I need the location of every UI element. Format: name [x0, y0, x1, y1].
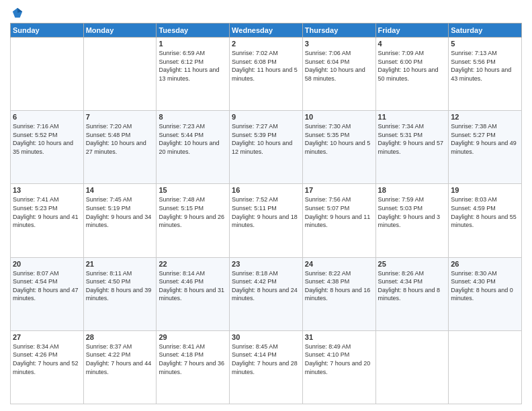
day-number: 5: [451, 40, 519, 48]
calendar-day-cell: 4Sunrise: 7:09 AM Sunset: 6:00 PM Daylig…: [375, 38, 449, 111]
calendar-day-cell: 27Sunrise: 8:34 AM Sunset: 4:26 PM Dayli…: [11, 330, 84, 404]
weekday-header-cell: Saturday: [449, 24, 522, 38]
day-info: Sunrise: 7:41 AM Sunset: 5:23 PM Dayligh…: [13, 195, 81, 229]
calendar-week-row: 20Sunrise: 8:07 AM Sunset: 4:54 PM Dayli…: [11, 257, 522, 330]
day-number: 22: [159, 260, 227, 268]
day-number: 27: [13, 333, 81, 341]
day-info: Sunrise: 8:34 AM Sunset: 4:26 PM Dayligh…: [13, 342, 81, 376]
calendar-day-cell: 6Sunrise: 7:16 AM Sunset: 5:52 PM Daylig…: [11, 111, 84, 184]
day-info: Sunrise: 8:49 AM Sunset: 4:10 PM Dayligh…: [305, 342, 373, 376]
weekday-header-cell: Sunday: [11, 24, 84, 38]
day-info: Sunrise: 7:48 AM Sunset: 5:15 PM Dayligh…: [159, 195, 227, 229]
calendar-day-cell: 7Sunrise: 7:20 AM Sunset: 5:48 PM Daylig…: [83, 111, 157, 184]
day-number: 3: [305, 40, 373, 48]
day-info: Sunrise: 8:45 AM Sunset: 4:14 PM Dayligh…: [232, 342, 300, 376]
day-number: 11: [378, 113, 447, 121]
day-number: 2: [232, 40, 300, 48]
day-number: 13: [13, 186, 81, 194]
day-info: Sunrise: 7:56 AM Sunset: 5:07 PM Dayligh…: [305, 195, 373, 229]
day-number: 16: [232, 186, 300, 194]
calendar-day-cell: 10Sunrise: 7:30 AM Sunset: 5:35 PM Dayli…: [302, 111, 375, 184]
day-number: 31: [305, 333, 373, 341]
day-number: 20: [13, 260, 81, 268]
day-info: Sunrise: 8:26 AM Sunset: 4:34 PM Dayligh…: [378, 269, 447, 303]
calendar-day-cell: 26Sunrise: 8:30 AM Sunset: 4:30 PM Dayli…: [449, 257, 522, 330]
day-info: Sunrise: 7:16 AM Sunset: 5:52 PM Dayligh…: [13, 122, 81, 156]
day-info: Sunrise: 7:59 AM Sunset: 5:03 PM Dayligh…: [378, 195, 447, 229]
calendar-day-cell: 9Sunrise: 7:27 AM Sunset: 5:39 PM Daylig…: [230, 111, 303, 184]
calendar-day-cell: 15Sunrise: 7:48 AM Sunset: 5:15 PM Dayli…: [157, 184, 230, 257]
calendar-day-cell: 18Sunrise: 7:59 AM Sunset: 5:03 PM Dayli…: [375, 184, 449, 257]
page: SundayMondayTuesdayWednesdayThursdayFrid…: [0, 0, 532, 411]
calendar-day-cell: 11Sunrise: 7:34 AM Sunset: 5:31 PM Dayli…: [375, 111, 449, 184]
weekday-header-cell: Wednesday: [230, 24, 303, 38]
day-number: 29: [159, 333, 227, 341]
day-info: Sunrise: 7:23 AM Sunset: 5:44 PM Dayligh…: [159, 122, 227, 156]
day-info: Sunrise: 7:27 AM Sunset: 5:39 PM Dayligh…: [232, 122, 300, 156]
day-number: 17: [305, 186, 373, 194]
calendar-day-cell: 21Sunrise: 8:11 AM Sunset: 4:50 PM Dayli…: [83, 257, 157, 330]
day-info: Sunrise: 8:18 AM Sunset: 4:42 PM Dayligh…: [232, 269, 300, 303]
day-info: Sunrise: 7:09 AM Sunset: 6:00 PM Dayligh…: [378, 49, 447, 83]
calendar-day-cell: 19Sunrise: 8:03 AM Sunset: 4:59 PM Dayli…: [449, 184, 522, 257]
calendar-day-cell: 12Sunrise: 7:38 AM Sunset: 5:27 PM Dayli…: [449, 111, 522, 184]
day-number: 25: [378, 260, 447, 268]
calendar-day-cell: 25Sunrise: 8:26 AM Sunset: 4:34 PM Dayli…: [375, 257, 449, 330]
day-info: Sunrise: 7:52 AM Sunset: 5:11 PM Dayligh…: [232, 195, 300, 229]
calendar-header: SundayMondayTuesdayWednesdayThursdayFrid…: [11, 24, 522, 38]
calendar-week-row: 1Sunrise: 6:59 AM Sunset: 6:12 PM Daylig…: [11, 38, 522, 111]
day-number: 9: [232, 113, 300, 121]
day-number: 8: [159, 113, 227, 121]
calendar-day-cell: 20Sunrise: 8:07 AM Sunset: 4:54 PM Dayli…: [11, 257, 84, 330]
day-info: Sunrise: 7:38 AM Sunset: 5:27 PM Dayligh…: [451, 122, 519, 156]
calendar-day-cell: 3Sunrise: 7:06 AM Sunset: 6:04 PM Daylig…: [302, 38, 375, 111]
day-info: Sunrise: 7:02 AM Sunset: 6:08 PM Dayligh…: [232, 49, 300, 83]
calendar-day-cell: [83, 38, 157, 111]
day-number: 1: [159, 40, 227, 48]
day-number: 21: [86, 260, 154, 268]
day-info: Sunrise: 8:37 AM Sunset: 4:22 PM Dayligh…: [86, 342, 154, 376]
day-info: Sunrise: 8:07 AM Sunset: 4:54 PM Dayligh…: [13, 269, 81, 303]
logo-flag-icon: [11, 7, 24, 19]
day-number: 19: [451, 186, 519, 194]
calendar-day-cell: [375, 330, 449, 404]
calendar-day-cell: 22Sunrise: 8:14 AM Sunset: 4:46 PM Dayli…: [157, 257, 230, 330]
day-info: Sunrise: 7:13 AM Sunset: 5:56 PM Dayligh…: [451, 49, 519, 83]
day-info: Sunrise: 6:59 AM Sunset: 6:12 PM Dayligh…: [159, 49, 227, 83]
day-number: 10: [305, 113, 373, 121]
day-number: 30: [232, 333, 300, 341]
day-info: Sunrise: 7:06 AM Sunset: 6:04 PM Dayligh…: [305, 49, 373, 83]
day-info: Sunrise: 7:45 AM Sunset: 5:19 PM Dayligh…: [86, 195, 154, 229]
weekday-header-cell: Monday: [83, 24, 157, 38]
day-number: 26: [451, 260, 519, 268]
day-number: 12: [451, 113, 519, 121]
calendar-day-cell: 24Sunrise: 8:22 AM Sunset: 4:38 PM Dayli…: [302, 257, 375, 330]
calendar-day-cell: 23Sunrise: 8:18 AM Sunset: 4:42 PM Dayli…: [230, 257, 303, 330]
logo: [10, 7, 24, 19]
calendar-week-row: 13Sunrise: 7:41 AM Sunset: 5:23 PM Dayli…: [11, 184, 522, 257]
day-number: 18: [378, 186, 447, 194]
day-info: Sunrise: 8:41 AM Sunset: 4:18 PM Dayligh…: [159, 342, 227, 376]
day-info: Sunrise: 8:14 AM Sunset: 4:46 PM Dayligh…: [159, 269, 227, 303]
calendar-day-cell: [449, 330, 522, 404]
calendar-day-cell: 5Sunrise: 7:13 AM Sunset: 5:56 PM Daylig…: [449, 38, 522, 111]
calendar-day-cell: 8Sunrise: 7:23 AM Sunset: 5:44 PM Daylig…: [157, 111, 230, 184]
day-info: Sunrise: 7:20 AM Sunset: 5:48 PM Dayligh…: [86, 122, 154, 156]
calendar-day-cell: 13Sunrise: 7:41 AM Sunset: 5:23 PM Dayli…: [11, 184, 84, 257]
calendar-body: 1Sunrise: 6:59 AM Sunset: 6:12 PM Daylig…: [11, 38, 522, 404]
day-number: 4: [378, 40, 447, 48]
calendar-day-cell: 31Sunrise: 8:49 AM Sunset: 4:10 PM Dayli…: [302, 330, 375, 404]
day-number: 7: [86, 113, 154, 121]
weekday-header-cell: Tuesday: [157, 24, 230, 38]
day-number: 6: [13, 113, 81, 121]
day-number: 15: [159, 186, 227, 194]
weekday-header-cell: Friday: [375, 24, 449, 38]
calendar-day-cell: 17Sunrise: 7:56 AM Sunset: 5:07 PM Dayli…: [302, 184, 375, 257]
weekday-header-cell: Thursday: [302, 24, 375, 38]
day-info: Sunrise: 8:22 AM Sunset: 4:38 PM Dayligh…: [305, 269, 373, 303]
day-info: Sunrise: 7:34 AM Sunset: 5:31 PM Dayligh…: [378, 122, 447, 156]
calendar-day-cell: 16Sunrise: 7:52 AM Sunset: 5:11 PM Dayli…: [230, 184, 303, 257]
calendar-day-cell: 2Sunrise: 7:02 AM Sunset: 6:08 PM Daylig…: [230, 38, 303, 111]
calendar-day-cell: [11, 38, 84, 111]
calendar-day-cell: 1Sunrise: 6:59 AM Sunset: 6:12 PM Daylig…: [157, 38, 230, 111]
